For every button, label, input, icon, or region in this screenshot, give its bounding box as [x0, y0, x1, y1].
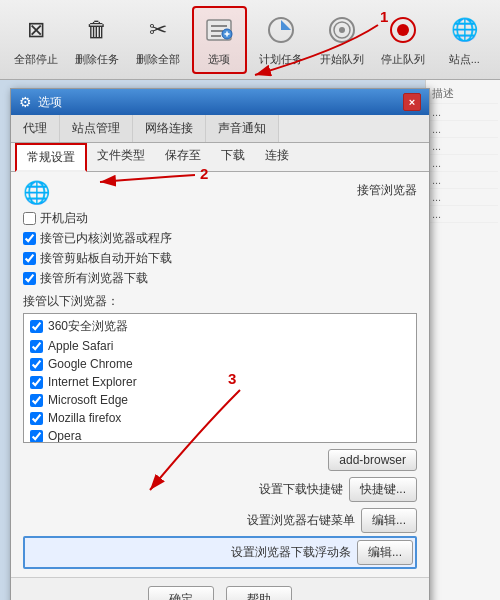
options-button[interactable]: 选项: [192, 6, 247, 74]
list-item: Google Chrome: [26, 355, 414, 373]
globe-icon: 🌐: [23, 180, 50, 206]
browser-list[interactable]: 360安全浏览器 Apple Safari Google Chrome Inte…: [23, 313, 417, 443]
sub-tab-general[interactable]: 常规设置: [15, 143, 87, 172]
tab-proxy[interactable]: 代理: [11, 115, 60, 142]
delete-all-icon: ✂: [140, 12, 176, 48]
browser-firefox-label: Mozilla firefox: [48, 411, 121, 425]
set-toolbar-button[interactable]: 编辑...: [357, 540, 413, 565]
list-item: Opera: [26, 427, 414, 443]
site-point-button[interactable]: 🌐 站点...: [437, 6, 492, 74]
checkbox-takeover-browser[interactable]: [23, 232, 36, 245]
toolbar: ⊠ 全部停止 🗑 删除任务 ✂ 删除全部 选项: [0, 0, 500, 80]
dialog-titlebar: ⚙ 选项 ×: [11, 89, 429, 115]
start-queue-label: 开始队列: [320, 52, 364, 67]
bg-column: 描述 ... ... ... ... ... ... ...: [425, 80, 500, 600]
bg-row-3: ...: [428, 138, 498, 155]
bg-row-7: ...: [428, 206, 498, 223]
browser-list-label: 接管以下浏览器：: [23, 293, 417, 310]
site-point-label: 站点...: [449, 52, 480, 67]
dialog-close-button[interactable]: ×: [403, 93, 421, 111]
list-item: 360安全浏览器: [26, 316, 414, 337]
options-icon: [201, 12, 237, 48]
section-title: 接管浏览器: [56, 182, 417, 199]
delete-all-label: 删除全部: [136, 52, 180, 67]
checkbox-ie[interactable]: [30, 376, 43, 389]
bg-column-title: 描述: [428, 84, 498, 104]
browser-chrome-label: Google Chrome: [48, 357, 133, 371]
schedule-label: 计划任务: [259, 52, 303, 67]
stop-all-label: 全部停止: [14, 52, 58, 67]
list-item: Apple Safari: [26, 337, 414, 355]
checkbox-startup-label: 开机启动: [40, 210, 88, 227]
bg-row-1: ...: [428, 104, 498, 121]
delete-task-icon: 🗑: [79, 12, 115, 48]
dialog-title: ⚙ 选项: [19, 94, 62, 111]
checkbox-360[interactable]: [30, 320, 43, 333]
checkbox-takeover-clipboard[interactable]: [23, 252, 36, 265]
start-queue-icon: [324, 12, 360, 48]
add-browser-row: add-browser: [23, 449, 417, 471]
options-dialog: ⚙ 选项 × 代理 站点管理 网络连接 声音通知 常规设置 文件类型 保存至 下…: [10, 88, 430, 600]
set-toolbar-label: 设置浏览器下载浮动条: [27, 544, 351, 561]
delete-task-button[interactable]: 🗑 删除任务: [69, 6, 124, 74]
options-label: 选项: [208, 52, 230, 67]
dialog-title-text: 选项: [38, 94, 62, 111]
tab-bar: 代理 站点管理 网络连接 声音通知: [11, 115, 429, 143]
dialog-icon: ⚙: [19, 94, 32, 110]
set-context-menu-button[interactable]: 编辑...: [361, 508, 417, 533]
set-toolbar-row: 设置浏览器下载浮动条 编辑...: [23, 536, 417, 569]
set-context-menu-row: 设置浏览器右键菜单 编辑...: [23, 508, 417, 533]
checkbox-startup-row: 开机启动: [23, 210, 417, 227]
start-queue-button[interactable]: 开始队列: [314, 6, 369, 74]
checkbox-safari[interactable]: [30, 340, 43, 353]
browser-ie-label: Internet Explorer: [48, 375, 137, 389]
browser-safari-label: Apple Safari: [48, 339, 113, 353]
set-shortcut-label: 设置下载快捷键: [23, 481, 343, 498]
checkbox-chrome[interactable]: [30, 358, 43, 371]
sub-tab-bar: 常规设置 文件类型 保存至 下载 连接: [11, 143, 429, 172]
set-shortcut-button[interactable]: 快捷键...: [349, 477, 417, 502]
schedule-icon: [263, 12, 299, 48]
add-browser-button[interactable]: add-browser: [328, 449, 417, 471]
svg-point-11: [339, 27, 345, 33]
stop-queue-label: 停止队列: [381, 52, 425, 67]
set-context-menu-label: 设置浏览器右键菜单: [23, 512, 355, 529]
stop-queue-button[interactable]: 停止队列: [376, 6, 431, 74]
checkbox-takeover-all[interactable]: [23, 272, 36, 285]
delete-task-label: 删除任务: [75, 52, 119, 67]
help-button[interactable]: 帮助: [226, 586, 292, 600]
checkbox-startup[interactable]: [23, 212, 36, 225]
browser-opera-label: Opera: [48, 429, 81, 443]
tab-site-mgmt[interactable]: 站点管理: [60, 115, 133, 142]
set-shortcut-row: 设置下载快捷键 快捷键...: [23, 477, 417, 502]
dialog-footer: 确定 帮助: [11, 577, 429, 600]
checkbox-takeover-all-row: 接管所有浏览器下载: [23, 270, 417, 287]
confirm-button[interactable]: 确定: [148, 586, 214, 600]
site-point-icon: 🌐: [446, 12, 482, 48]
checkbox-takeover-all-label: 接管所有浏览器下载: [40, 270, 148, 287]
checkbox-firefox[interactable]: [30, 412, 43, 425]
svg-point-13: [397, 24, 409, 36]
sub-tab-download[interactable]: 下载: [211, 143, 255, 171]
checkbox-opera[interactable]: [30, 430, 43, 443]
list-item: Microsoft Edge: [26, 391, 414, 409]
checkbox-takeover-clipboard-row: 接管剪贴板自动开始下载: [23, 250, 417, 267]
list-item: Internet Explorer: [26, 373, 414, 391]
delete-all-button[interactable]: ✂ 删除全部: [130, 6, 185, 74]
tab-network[interactable]: 网络连接: [133, 115, 206, 142]
stop-all-button[interactable]: ⊠ 全部停止: [8, 6, 63, 74]
sub-tab-file-types[interactable]: 文件类型: [87, 143, 155, 171]
schedule-button[interactable]: 计划任务: [253, 6, 308, 74]
browser-360-label: 360安全浏览器: [48, 318, 128, 335]
checkbox-edge[interactable]: [30, 394, 43, 407]
sub-tab-save-to[interactable]: 保存至: [155, 143, 211, 171]
tab-sound-notify[interactable]: 声音通知: [206, 115, 279, 142]
sub-tab-connect[interactable]: 连接: [255, 143, 299, 171]
list-item: Mozilla firefox: [26, 409, 414, 427]
browser-edge-label: Microsoft Edge: [48, 393, 128, 407]
checkbox-takeover-clipboard-label: 接管剪贴板自动开始下载: [40, 250, 172, 267]
checkbox-takeover-browser-label: 接管已内核浏览器或程序: [40, 230, 172, 247]
stop-all-icon: ⊠: [18, 12, 54, 48]
dialog-body: 🌐 接管浏览器 开机启动 接管已内核浏览器或程序 接管剪贴板自动开始下载 接管所…: [11, 172, 429, 577]
bg-row-5: ...: [428, 172, 498, 189]
